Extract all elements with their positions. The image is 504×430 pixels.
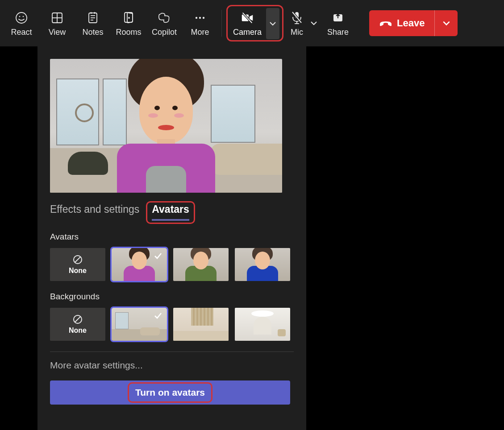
mic-button[interactable]: Mic bbox=[284, 0, 308, 46]
toolbar-divider bbox=[221, 10, 222, 37]
tab-avatars[interactable]: Avatars bbox=[152, 203, 189, 221]
copilot-button[interactable]: Copilot bbox=[146, 0, 182, 46]
check-icon bbox=[154, 311, 162, 320]
more-avatar-settings-link[interactable]: More avatar settings... bbox=[50, 360, 294, 371]
leave-button[interactable]: Leave bbox=[369, 10, 434, 36]
svg-point-16 bbox=[203, 17, 204, 18]
background-tiles: None bbox=[50, 308, 294, 341]
share-label: Share bbox=[327, 28, 349, 37]
panel-tabs: Effects and settings Avatars bbox=[50, 203, 294, 220]
check-icon bbox=[154, 252, 162, 260]
avatar-option-3[interactable] bbox=[235, 248, 290, 281]
hangup-icon bbox=[379, 19, 392, 28]
share-button[interactable]: Share bbox=[320, 0, 356, 46]
rooms-label: Rooms bbox=[116, 28, 141, 37]
svg-line-26 bbox=[75, 257, 80, 262]
rooms-button[interactable]: Rooms bbox=[111, 0, 146, 46]
svg-point-2 bbox=[23, 16, 24, 17]
notes-icon bbox=[86, 11, 100, 25]
copilot-icon bbox=[157, 11, 171, 25]
svg-line-28 bbox=[75, 317, 80, 322]
divider bbox=[50, 351, 294, 352]
none-icon bbox=[72, 254, 83, 265]
share-icon bbox=[331, 11, 345, 25]
mic-off-icon bbox=[290, 11, 304, 25]
notes-label: Notes bbox=[82, 28, 103, 37]
background-option-3[interactable] bbox=[235, 308, 290, 341]
svg-point-13 bbox=[129, 17, 129, 18]
react-label: React bbox=[11, 28, 32, 37]
react-button[interactable]: React bbox=[4, 0, 39, 46]
backgrounds-section-label: Backgrounds bbox=[50, 292, 294, 302]
tab-effects-settings[interactable]: Effects and settings bbox=[50, 203, 139, 220]
grid-icon bbox=[50, 11, 64, 25]
rooms-icon bbox=[121, 11, 136, 25]
view-button[interactable]: View bbox=[39, 0, 75, 46]
meeting-toolbar: React View Notes Rooms bbox=[0, 0, 504, 46]
camera-settings-panel: Effects and settings Avatars Avatars Non… bbox=[37, 46, 306, 430]
chevron-down-icon bbox=[269, 20, 277, 28]
avatar-preview bbox=[50, 59, 282, 193]
camera-label: Camera bbox=[233, 28, 262, 37]
none-icon bbox=[72, 314, 83, 325]
avatar-none-tile[interactable]: None bbox=[50, 248, 105, 281]
leave-button-group: Leave bbox=[369, 10, 458, 36]
turn-on-avatars-button[interactable]: Turn on avatars Turn on avatars bbox=[50, 380, 290, 405]
avatar-option-1[interactable] bbox=[112, 248, 167, 281]
camera-options-button[interactable] bbox=[266, 8, 279, 39]
leave-options-button[interactable] bbox=[434, 10, 458, 36]
mic-options-button[interactable] bbox=[308, 0, 320, 46]
copilot-label: Copilot bbox=[152, 28, 177, 37]
background-option-2[interactable] bbox=[173, 308, 229, 341]
leave-label: Leave bbox=[397, 17, 425, 29]
notes-button[interactable]: Notes bbox=[75, 0, 111, 46]
avatars-section-label: Avatars bbox=[50, 232, 294, 242]
mic-label: Mic bbox=[291, 28, 303, 37]
ellipsis-icon bbox=[193, 11, 207, 25]
avatar-tiles: None bbox=[50, 248, 294, 281]
avatar-option-2[interactable] bbox=[173, 248, 229, 281]
camera-button[interactable]: Camera bbox=[230, 9, 264, 39]
svg-point-0 bbox=[16, 12, 27, 23]
more-button[interactable]: More bbox=[182, 0, 218, 46]
camera-off-icon bbox=[240, 11, 254, 25]
svg-point-1 bbox=[19, 16, 21, 17]
turn-on-avatars-label: Turn on avatars bbox=[135, 387, 205, 398]
background-none-tile[interactable]: None bbox=[50, 308, 105, 341]
svg-point-14 bbox=[196, 17, 197, 18]
chevron-down-icon bbox=[310, 19, 318, 27]
chevron-down-icon bbox=[442, 19, 451, 28]
avatars-tab-highlight: Avatars bbox=[146, 201, 195, 224]
more-label: More bbox=[191, 28, 209, 37]
svg-point-15 bbox=[199, 17, 201, 18]
background-option-1[interactable] bbox=[112, 308, 167, 341]
camera-highlight: Camera bbox=[226, 5, 283, 41]
view-label: View bbox=[49, 28, 66, 37]
background-none-label: None bbox=[69, 327, 87, 335]
avatar-none-label: None bbox=[69, 267, 87, 275]
smile-icon bbox=[14, 11, 29, 25]
